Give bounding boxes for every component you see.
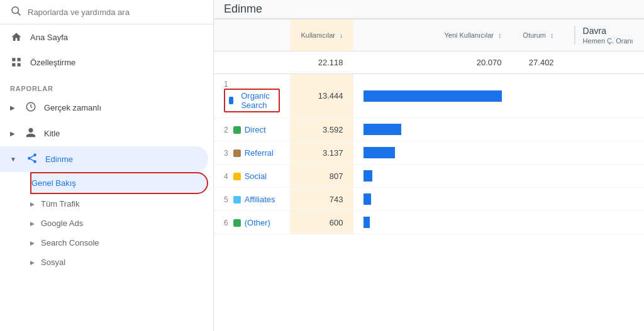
clock-icon [25,101,36,114]
sidebar: Ana Sayfa Özelleştirme RAPORLAR ▶ Gerçek… [0,0,214,331]
table-row: 6(Other)600 [214,211,644,234]
table-body: 1Organic Search13.4442Direct3.5923Referr… [214,74,644,234]
source-link[interactable]: Direct [245,125,266,134]
subnav-item-search-console[interactable]: ▶ Search Console [30,233,213,252]
search-bar[interactable] [0,0,213,24]
svg-point-0 [12,7,19,14]
share-icon [26,153,38,166]
sidebar-item-ana-sayfa[interactable]: Ana Sayfa [0,24,213,50]
subnav-label: Tüm Trafik [41,199,79,209]
color-indicator [233,196,241,203]
subnav-label: Search Console [41,238,99,247]
sessions-cell [512,74,564,118]
subnav-item-tum-trafik[interactable]: ▶ Tüm Trafik [30,194,213,214]
subnav-item-google-ads[interactable]: ▶ Google Ads [30,214,213,233]
source-cell: 5Affiliates [214,188,290,211]
row-number: 1 [224,80,228,89]
bounce-cell [564,74,644,118]
table-row: 2Direct3.592 [214,118,644,141]
subnav-label: Genel Bakış [31,178,76,188]
subnav-label: Sosyal [41,258,65,267]
col-header-bounce: Davra Hemen Ç. Oranı [564,19,644,52]
subnav-item-sosyal[interactable]: ▶ Sosyal [30,252,213,272]
sessions-cell [512,165,564,188]
sidebar-item-label: Ana Sayfa [30,33,68,42]
col-header-users[interactable]: Kullanıcılar ↓ [290,19,353,52]
sidebar-item-kitle[interactable]: ▶ Kitle [0,121,213,146]
sort-arrow-icon: ↓ [340,31,343,39]
reports-section-label: RAPORLAR [0,75,213,95]
bar-cell [353,165,512,188]
svg-line-8 [31,107,32,108]
bar [364,124,401,135]
total-users: 22.118 [290,52,353,74]
bar [364,90,502,102]
highlighted-source: Organic Search [224,89,280,112]
sidebar-item-edinme[interactable]: ▼ Edinme [0,146,208,172]
source-link[interactable]: Social [245,171,267,181]
bar-chart [364,216,502,229]
person-icon [25,127,36,140]
svg-rect-4 [12,63,15,67]
sidebar-item-ozellestirme[interactable]: Özelleştirme [0,50,213,75]
sidebar-item-label: Özelleştirme [30,58,75,67]
section-header: Edinme [214,0,644,19]
bar [364,193,371,205]
bar-chart [364,123,502,136]
table-row: 1Organic Search13.444 [214,74,644,118]
users-cell: 3.137 [290,141,353,165]
source-link[interactable]: Referral [245,148,274,158]
source-link[interactable]: (Other) [245,218,270,227]
bar-cell [353,188,512,211]
row-number: 3 [224,149,228,158]
total-bounce [564,52,644,74]
sessions-cell [512,211,564,234]
source-link[interactable]: Affiliates [245,195,275,204]
davraniş-header: Davra Hemen Ç. Oranı [574,26,634,45]
chevron-right-icon: ▶ [30,201,35,207]
row-number: 6 [224,219,228,227]
color-indicator [233,173,241,180]
sessions-cell [512,188,564,211]
subnav-item-genel-bakis[interactable]: Genel Bakış [30,172,208,194]
source-cell: 1Organic Search [214,74,290,118]
col-header-sessions[interactable]: Oturum ↕ [512,19,564,52]
bar [364,217,370,228]
bounce-cell [564,211,644,234]
users-cell: 743 [290,188,353,211]
table-row: 5Affiliates743 [214,188,644,211]
users-cell: 807 [290,165,353,188]
sidebar-item-label: Gerçek zamanlı [44,103,101,112]
bounce-cell [564,188,644,211]
edinme-subnav: Genel Bakış ▶ Tüm Trafik ▶ Google Ads ▶ … [0,172,213,272]
svg-point-9 [33,154,36,157]
source-cell: 4Social [214,165,290,188]
bar-chart [364,90,502,102]
chevron-right-icon: ▶ [10,130,15,137]
search-input[interactable] [28,8,203,17]
col-header-new-users[interactable]: Yeni Kullanıcılar ↕ [353,19,512,52]
chevron-right-icon: ▶ [30,240,35,246]
chevron-right-icon: ▶ [30,259,35,266]
users-cell: 13.444 [290,74,353,118]
source-cell: 2Direct [214,118,290,141]
color-indicator [233,126,241,134]
color-indicator [229,97,233,104]
color-indicator [233,219,241,227]
table-row: 4Social807 [214,165,644,188]
total-label [214,52,290,74]
source-link[interactable]: Organic Search [241,91,275,110]
sessions-cell [512,118,564,141]
bar-cell [353,118,512,141]
svg-point-10 [28,157,31,160]
svg-rect-3 [18,58,21,61]
total-sessions: 27.402 [512,52,564,74]
sidebar-item-gercek-zamanli[interactable]: ▶ Gerçek zamanlı [0,95,213,121]
col-header-source [214,19,290,52]
sidebar-item-label: Kitle [44,129,60,138]
bounce-cell [564,165,644,188]
table-row: 3Referral3.137 [214,141,644,165]
bar-cell [353,211,512,234]
bar [364,170,372,182]
table-header: Kullanıcılar ↓ Yeni Kullanıcılar ↕ Oturu… [214,19,644,52]
